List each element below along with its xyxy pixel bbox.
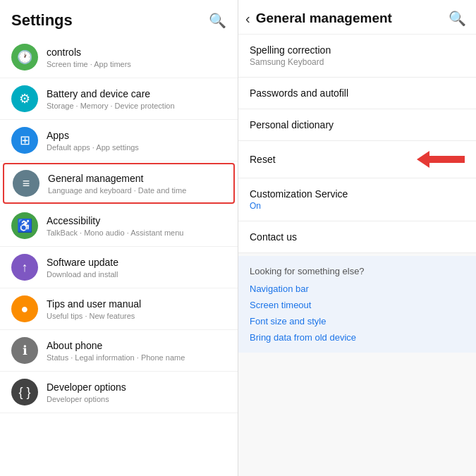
item-text-developer: Developer options Developer options <box>47 381 226 403</box>
item-text-about: About phone Status · Legal information ·… <box>47 339 226 362</box>
item-subtitle-about: Status · Legal information · Phone name <box>47 353 226 362</box>
settings-item-developer[interactable]: { } Developer options Developer options <box>0 372 238 413</box>
item-title-controls: controls <box>47 46 226 59</box>
suggestion-link-0[interactable]: Navigation bar <box>250 283 465 294</box>
right-subtitle-spelling: Samsung Keyboard <box>250 57 465 67</box>
item-subtitle-general: Language and keyboard · Date and time <box>48 186 225 195</box>
right-item-reset[interactable]: Reset <box>238 141 476 178</box>
item-subtitle-controls: Screen time · App timers <box>47 60 226 68</box>
settings-item-about[interactable]: ℹ About phone Status · Legal information… <box>0 330 238 372</box>
item-text-general: General management Language and keyboard… <box>48 172 225 195</box>
item-title-battery: Battery and device care <box>47 87 226 100</box>
left-panel: Settings 🔍 🕐 controls Screen time · App … <box>0 0 238 476</box>
right-item-contact[interactable]: Contact us <box>238 221 476 253</box>
back-arrow-icon[interactable]: ‹ <box>245 11 250 27</box>
left-header: Settings 🔍 <box>0 0 238 37</box>
right-panel-title: General management <box>256 11 448 26</box>
settings-item-tips[interactable]: ● Tips and user manual Useful tips · New… <box>0 288 238 330</box>
settings-item-battery[interactable]: ⚙ Battery and device care Storage · Memo… <box>0 78 238 120</box>
left-panel-title: Settings <box>11 11 73 30</box>
right-subtitle-customization: On <box>250 201 465 211</box>
item-text-tips: Tips and user manual Useful tips · New f… <box>47 298 226 320</box>
right-search-icon[interactable]: 🔍 <box>448 10 466 27</box>
right-item-spelling[interactable]: Spelling correction Samsung Keyboard <box>238 35 476 78</box>
suggestion-link-2[interactable]: Font size and style <box>250 316 465 327</box>
red-arrow <box>417 151 465 168</box>
settings-item-controls[interactable]: 🕐 controls Screen time · App timers <box>0 37 238 78</box>
item-subtitle-battery: Storage · Memory · Device protection <box>47 102 226 110</box>
item-text-apps: Apps Default apps · App settings <box>47 129 226 152</box>
item-title-apps: Apps <box>47 129 226 142</box>
right-item-dictionary[interactable]: Personal dictionary <box>238 109 476 141</box>
item-text-battery: Battery and device care Storage · Memory… <box>47 87 226 110</box>
settings-item-apps[interactable]: ⊞ Apps Default apps · App settings <box>0 120 238 161</box>
right-header: ‹ General management 🔍 <box>238 0 476 35</box>
suggestions-title: Looking for something else? <box>250 266 465 276</box>
right-title-dictionary: Personal dictionary <box>250 119 465 130</box>
icon-battery: ⚙ <box>11 85 38 112</box>
right-title-customization: Customization Service <box>250 188 465 200</box>
suggestions-section: Looking for something else? Navigation b… <box>238 256 476 353</box>
item-title-about: About phone <box>47 339 226 352</box>
item-title-tips: Tips and user manual <box>47 298 226 310</box>
left-search-icon[interactable]: 🔍 <box>209 12 226 29</box>
right-title-spelling: Spelling correction <box>250 44 465 56</box>
item-text-controls: controls Screen time · App timers <box>47 46 226 68</box>
red-arrow-head <box>417 151 429 168</box>
icon-general: ≡ <box>13 170 39 197</box>
settings-item-general[interactable]: ≡ General management Language and keyboa… <box>3 163 235 204</box>
item-subtitle-apps: Default apps · App settings <box>47 143 226 152</box>
icon-accessibility: ♿ <box>11 212 38 239</box>
icon-about: ℹ <box>11 337 38 364</box>
item-title-general: General management <box>48 172 225 185</box>
item-title-accessibility: Accessibility <box>47 214 226 227</box>
item-text-software: Software update Download and install <box>47 256 226 279</box>
right-list: Spelling correction Samsung Keyboard Pas… <box>238 35 476 476</box>
icon-apps: ⊞ <box>11 127 38 154</box>
item-subtitle-software: Download and install <box>47 270 226 279</box>
item-title-developer: Developer options <box>47 381 226 393</box>
right-item-customization[interactable]: Customization Service On <box>238 178 476 221</box>
settings-item-accessibility[interactable]: ♿ Accessibility TalkBack · Mono audio · … <box>0 205 238 247</box>
item-text-accessibility: Accessibility TalkBack · Mono audio · As… <box>47 214 226 237</box>
settings-list: 🕐 controls Screen time · App timers ⚙ Ba… <box>0 37 238 476</box>
item-subtitle-accessibility: TalkBack · Mono audio · Assistant menu <box>47 228 226 237</box>
suggestion-link-3[interactable]: Bring data from old device <box>250 332 465 343</box>
right-title-passwords: Passwords and autofill <box>250 87 465 99</box>
right-item-passwords[interactable]: Passwords and autofill <box>238 78 476 109</box>
item-subtitle-tips: Useful tips · New features <box>47 312 226 320</box>
icon-controls: 🕐 <box>11 44 38 71</box>
settings-item-software[interactable]: ↑ Software update Download and install <box>0 247 238 288</box>
icon-tips: ● <box>11 295 38 322</box>
red-arrow-body <box>429 156 465 163</box>
suggestion-link-1[interactable]: Screen timeout <box>250 300 465 310</box>
right-title-contact: Contact us <box>250 231 465 243</box>
icon-software: ↑ <box>11 254 38 281</box>
item-title-software: Software update <box>47 256 226 269</box>
reset-arrow-indicator <box>417 151 465 168</box>
item-subtitle-developer: Developer options <box>47 395 226 403</box>
reset-label: Reset <box>250 154 417 165</box>
right-panel: ‹ General management 🔍 Spelling correcti… <box>238 0 476 476</box>
icon-developer: { } <box>11 379 38 405</box>
